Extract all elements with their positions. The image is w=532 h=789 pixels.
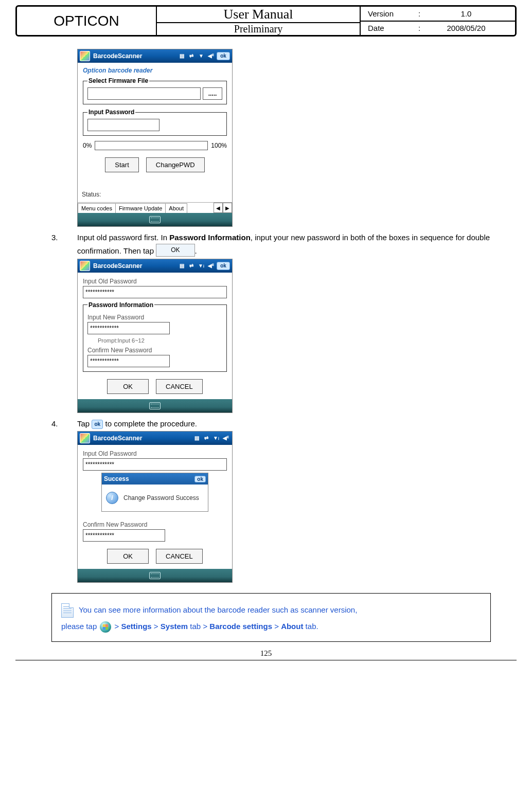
volume-icon: ◀ᴱ [207,262,215,270]
soft-keyboard-bar [78,213,232,226]
manual-subtitle: Preliminary [157,23,360,35]
suffix: tab. [303,622,318,631]
window-title: BarcodeScanner [93,52,142,60]
dialog-title: Success [104,475,129,482]
ok-button-image: OK [156,244,194,256]
screenshot-password-info: BarcodeScanner ▤ ⇄ ▼ᵢ ◀ᴱ ok Input Old Pa… [77,259,233,413]
keyboard-icon[interactable] [149,402,161,409]
note-text: please tap [61,622,99,631]
confirm-password-input[interactable]: ************ [83,529,165,542]
tray-icon: ⇄ [187,52,196,60]
firmware-file-input[interactable] [87,87,201,100]
window-title: BarcodeScanner [93,262,142,270]
screenshot-firmware-update: BarcodeScanner ▤ ⇄ ▼ ◀ᴱ ok Opticon barco… [77,49,233,227]
step-number: 4. [51,417,77,431]
prompt-text: Prompt:Input 6~12 [98,337,222,344]
password-info-fieldset: Password Information Input New Password … [83,301,227,372]
date-value: 2008/05/20 [424,24,508,32]
tray-icon: ▤ [178,52,186,60]
old-password-input[interactable]: ************ [83,458,227,471]
dialog-message: Change Password Success [123,494,199,501]
password-input[interactable] [87,119,159,131]
cancel-button[interactable]: CANCEL [156,379,203,394]
brand: OPTICON [17,7,157,35]
step-text: to complete the procedure. [103,419,197,428]
tab-scroll-left[interactable]: ◀ [214,203,223,213]
window-titlebar: BarcodeScanner ▤ ⇄ ▼ ◀ᴱ ok [78,49,232,63]
start-button[interactable]: Start [105,157,138,172]
path-about: About [281,622,303,631]
window-titlebar: BarcodeScanner ▤ ⇄ ▼ᵢ ◀ᴱ [78,432,232,445]
tray-icon: ⇄ [202,435,210,442]
step-bold: Password Information [169,233,251,242]
ok-button[interactable]: OK [107,549,149,564]
date-label: Date [368,24,414,32]
dialog-ok-button[interactable]: ok [194,476,206,482]
new-password-label: Input New Password [87,314,222,321]
note-text: You can see more information about the b… [77,605,357,614]
confirm-password-input[interactable]: ************ [87,355,170,367]
cancel-button[interactable]: CANCEL [156,549,203,564]
app-icon [80,433,90,443]
tab-about[interactable]: About [165,203,187,213]
tray-icon: ▤ [192,435,201,442]
ok-button[interactable]: ok [217,52,230,60]
sep: > [274,622,281,631]
version-value: 1.0 [424,9,508,18]
ok-button[interactable]: OK [107,379,149,394]
confirm-password-label: Confirm New Password [83,521,227,528]
new-password-input[interactable]: ************ [87,322,170,334]
changepwd-button[interactable]: ChangePWD [146,157,205,172]
volume-icon: ◀ᴱ [207,52,215,60]
window-title: BarcodeScanner [93,435,142,442]
soft-keyboard-bar [78,399,232,413]
success-dialog: Success ok i Change Password Success [101,473,208,512]
ok-icon: ok [92,420,103,429]
screenshot-success: BarcodeScanner ▤ ⇄ ▼ᵢ ◀ᴱ Input Old Passw… [77,431,233,583]
info-icon: i [106,492,118,504]
step-text: Input old password first. In [77,233,169,242]
step-4: 4. Tap ok to complete the procedure. [51,417,491,431]
path-settings: Settings [121,622,152,631]
keyboard-icon[interactable] [149,216,161,223]
confirm-password-label: Confirm New Password [87,347,222,354]
version-sep: : [414,9,424,18]
sep: > [203,622,209,631]
signal-icon: ▼ᵢ [197,262,205,270]
step-3: 3. Input old password first. In Password… [51,231,491,258]
input-password-fieldset: Input Password [83,109,227,136]
tray-icon: ⇄ [187,262,196,270]
old-password-label: Input Old Password [83,278,227,285]
ok-button[interactable]: ok [217,262,230,270]
note-box: You can see more information about the b… [51,593,491,642]
window-titlebar: BarcodeScanner ▤ ⇄ ▼ᵢ ◀ᴱ ok [78,259,232,273]
app-banner: Opticon barcode reader [83,67,227,74]
path-barcode-settings: Barcode settings [209,622,272,631]
progress-100-label: 100% [211,142,227,149]
tab-scroll-right[interactable]: ▶ [223,203,232,213]
volume-icon: ◀ᴱ [222,435,230,442]
progress-0-label: 0% [83,142,92,149]
doc-header: OPTICON User Manual Preliminary Version … [15,5,517,37]
path-system: System [161,622,188,631]
select-firmware-legend: Select Firmware File [87,77,149,84]
tab-firmware-update[interactable]: Firmware Update [115,203,166,213]
old-password-input[interactable]: ************ [83,286,227,298]
browse-button[interactable]: ..... [203,87,222,100]
signal-icon: ▼ᵢ [212,435,220,442]
tab-menu-codes[interactable]: Menu codes [78,203,116,213]
keyboard-icon[interactable] [149,572,161,579]
progress-bar [95,141,208,150]
document-icon [61,603,74,618]
sep: > [154,622,161,631]
version-label: Version [368,9,414,18]
page-number: 125 [15,649,517,660]
start-icon [100,621,111,633]
step-number: 3. [51,231,77,258]
old-password-label: Input Old Password [83,450,227,457]
suffix: tab [188,622,201,631]
password-info-legend: Password Information [87,301,154,309]
app-icon [80,51,90,61]
select-firmware-fieldset: Select Firmware File ..... [83,77,227,104]
soft-keyboard-bar [78,569,232,582]
